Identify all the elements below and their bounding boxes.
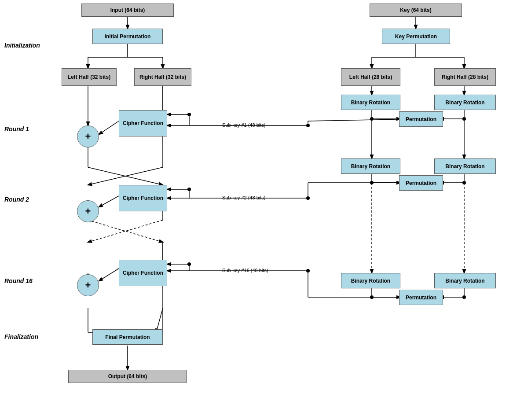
svg-point-82 [462,295,466,299]
permutation-16-box: Permutation [399,290,443,305]
left-half-32-box: Left Half (32 bits) [62,68,117,86]
diagram-container: Initialization Round 1 Round 2 Round 16 … [0,0,513,420]
svg-line-30 [88,220,163,242]
subkey-2-label: Sub-key #2 (48 bits) [222,195,265,200]
svg-point-54 [306,124,310,127]
label-round16: Round 16 [4,277,33,284]
svg-point-89 [187,262,191,266]
left-half-28-box: Left Half (28 bits) [341,68,400,86]
binary-rot-16r-box: Binary Rotation [434,273,496,288]
svg-point-66 [462,181,466,184]
svg-point-49 [370,117,374,121]
svg-line-28 [88,220,163,242]
svg-line-27 [99,196,119,207]
svg-line-41 [156,308,163,332]
label-initialization: Initialization [4,42,40,49]
permutation-1-box: Permutation [399,111,443,127]
svg-point-81 [370,295,374,299]
label-round1: Round 1 [4,125,29,133]
svg-point-57 [187,113,191,116]
initial-perm-box: Initial Permutation [92,29,163,44]
right-half-32-box: Right Half (32 bits) [134,68,191,86]
binary-rot-1l-box: Binary Rotation [341,95,400,110]
svg-point-50 [462,117,466,121]
svg-line-18 [99,121,119,134]
xor-round1: + [77,125,99,147]
svg-point-73 [187,188,191,191]
binary-rot-2r-box: Binary Rotation [434,158,496,174]
subkey-16-label: Sub-key #16 (48 bits) [222,268,268,273]
binary-rot-16l-box: Binary Rotation [341,273,400,288]
final-perm-box: Final Permutation [92,329,163,345]
binary-rot-1r-box: Binary Rotation [434,95,496,110]
label-round2: Round 2 [4,196,29,203]
xor-round2: + [77,200,99,222]
cipher-func-1-box: Cipher Function [119,110,167,136]
svg-line-19 [88,167,163,185]
svg-point-70 [306,196,310,200]
output-box: Output (64 bits) [68,370,187,383]
cipher-func-16-box: Cipher Function [119,260,167,286]
cipher-func-2-box: Cipher Function [119,185,167,211]
xor-round16: + [77,274,99,296]
svg-point-86 [306,269,310,273]
key-perm-box: Key Permutation [382,29,450,44]
binary-rot-2l-box: Binary Rotation [341,158,400,174]
label-finalization: Finalization [4,333,38,340]
svg-line-21 [88,167,163,185]
right-half-28-box: Right Half (28 bits) [434,68,496,86]
permutation-2-box: Permutation [399,175,443,191]
svg-line-36 [99,269,119,281]
key-box: Key (64 bits) [370,4,462,17]
subkey-1-label: Sub-key #1 (48 bits) [222,122,265,128]
input-box: Input (64 bits) [81,4,174,17]
svg-point-65 [370,181,374,184]
